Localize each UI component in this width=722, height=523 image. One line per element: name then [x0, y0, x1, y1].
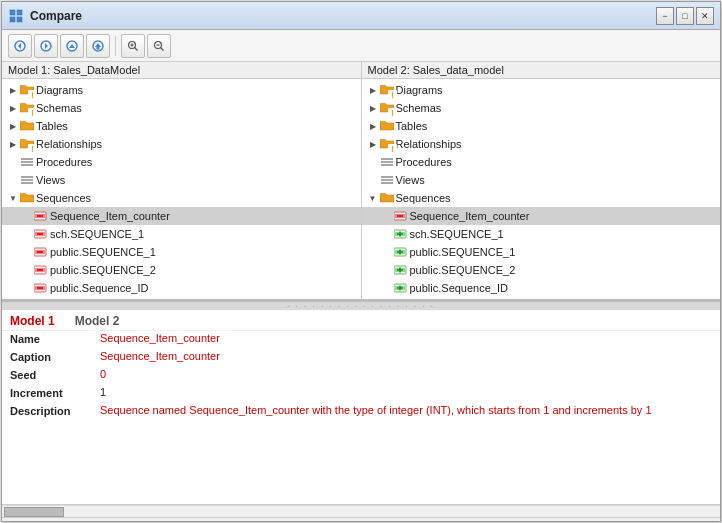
property-name: Increment: [10, 386, 100, 399]
tree-expander-icon[interactable]: ▼: [366, 191, 380, 205]
tree-item[interactable]: sch.SEQUENCE_1: [362, 225, 721, 243]
tree-item-label: public.Sequence_ID: [50, 282, 148, 294]
tree-item-label: public.SEQUENCE_2: [50, 264, 156, 276]
model1-pane: Model 1: Sales_DataModel ▶ ! Diagrams▶ !…: [2, 62, 361, 299]
zoom-out-button[interactable]: [147, 34, 171, 58]
tree-item-icon: [20, 191, 34, 205]
tree-item-icon: [380, 191, 394, 205]
svg-rect-2: [10, 17, 15, 22]
tree-item[interactable]: ▶ ! Relationships: [2, 135, 361, 153]
nav-up-button[interactable]: [60, 34, 84, 58]
minimize-button[interactable]: −: [656, 7, 674, 25]
tree-expander-icon[interactable]: ▼: [6, 191, 20, 205]
tree-expander-icon[interactable]: ▶: [6, 137, 20, 151]
maximize-button[interactable]: □: [676, 7, 694, 25]
window-close-button[interactable]: ✕: [696, 7, 714, 25]
tree-expander-icon: [380, 263, 394, 277]
window-controls: − □ ✕: [656, 7, 714, 25]
tree-item-icon: [394, 263, 408, 277]
resize-divider[interactable]: · · · · · · · · · · · · · · · · · ·: [2, 302, 720, 310]
tree-item[interactable]: ▶Tables: [362, 117, 721, 135]
tree-expander-icon: [366, 155, 380, 169]
property-row: CaptionSequence_Item_counter: [2, 349, 720, 367]
tree-item[interactable]: public.Sequence_ID: [362, 279, 721, 297]
tree-item[interactable]: Sequence_Item_counter: [362, 207, 721, 225]
property-name: Seed: [10, 368, 100, 381]
nav-forward-button[interactable]: [34, 34, 58, 58]
content-area: Model 1: Sales_DataModel ▶ ! Diagrams▶ !…: [2, 62, 720, 521]
tree-item[interactable]: ▼Sequences: [2, 189, 361, 207]
tree-expander-icon[interactable]: ▶: [366, 83, 380, 97]
property-value: 1: [100, 386, 712, 398]
tree-item-label: Tables: [36, 120, 68, 132]
tree-item[interactable]: ▶ ! Diagrams: [2, 81, 361, 99]
tree-expander-icon[interactable]: ▶: [366, 119, 380, 133]
svg-line-14: [135, 47, 138, 50]
tree-item-icon: !: [380, 101, 394, 115]
tree-expander-icon: [380, 281, 394, 295]
tree-item[interactable]: public.Sequence_id_product: [2, 297, 361, 299]
scrollbar-thumb[interactable]: [4, 507, 64, 517]
tree-item-label: Diagrams: [396, 84, 443, 96]
tree-item-label: sch.SEQUENCE_1: [410, 228, 504, 240]
svg-marker-5: [18, 43, 21, 49]
tree-item-label: Relationships: [36, 138, 102, 150]
zoom-in-button[interactable]: [121, 34, 145, 58]
tree-item-label: Diagrams: [36, 84, 83, 96]
tree-expander-icon[interactable]: ▶: [366, 101, 380, 115]
tree-item[interactable]: Views: [362, 171, 721, 189]
tree-item[interactable]: public.SEQUENCE_2: [2, 261, 361, 279]
tree-expander-icon[interactable]: ▶: [6, 83, 20, 97]
tree-item-label: Views: [396, 174, 425, 186]
tree-item[interactable]: Views: [2, 171, 361, 189]
property-row: DescriptionSequence named Sequence_Item_…: [2, 403, 720, 421]
tree-item[interactable]: public.SEQUENCE_1: [362, 243, 721, 261]
svg-marker-11: [95, 43, 101, 47]
svg-rect-1: [17, 10, 22, 15]
tree-item[interactable]: ▶ ! Schemas: [2, 99, 361, 117]
tree-item[interactable]: ▶ ! Diagrams: [362, 81, 721, 99]
svg-rect-0: [10, 10, 15, 15]
tree-item[interactable]: public.Sequence_ID: [2, 279, 361, 297]
tree-item-label: Tables: [396, 120, 428, 132]
tree-expander-icon[interactable]: ▶: [6, 119, 20, 133]
toolbar: [2, 30, 720, 62]
tree-item-icon: [34, 209, 48, 223]
tree-item[interactable]: ▶ ! Schemas: [362, 99, 721, 117]
model1-tree[interactable]: ▶ ! Diagrams▶ ! Schemas▶Tables▶ ! Relati…: [2, 79, 361, 299]
svg-rect-3: [17, 17, 22, 22]
tree-item[interactable]: sch.SEQUENCE_1: [2, 225, 361, 243]
properties-panel: Model 1 Model 2 NameSequence_Item_counte…: [2, 310, 720, 505]
tree-item[interactable]: public.Sequence_id_product: [362, 297, 721, 299]
horizontal-scrollbar[interactable]: [2, 505, 720, 517]
tree-item[interactable]: public.SEQUENCE_1: [2, 243, 361, 261]
tree-item[interactable]: ▶Tables: [2, 117, 361, 135]
scrollbar-track: [2, 507, 720, 517]
tree-expander-icon[interactable]: ▶: [6, 101, 20, 115]
tree-item-label: public.SEQUENCE_2: [410, 264, 516, 276]
tree-item[interactable]: Procedures: [362, 153, 721, 171]
tree-item[interactable]: Procedures: [2, 153, 361, 171]
tree-item-icon: [394, 245, 408, 259]
tree-item[interactable]: public.SEQUENCE_2: [362, 261, 721, 279]
property-value: Sequence named Sequence_Item_counter wit…: [100, 404, 712, 416]
tree-item-icon: !: [380, 137, 394, 151]
tree-expander-icon[interactable]: ▶: [366, 137, 380, 151]
tree-expander-icon: [380, 227, 394, 241]
svg-text:!: !: [391, 108, 394, 117]
tree-item-label: Schemas: [396, 102, 442, 114]
tree-item[interactable]: ▼Sequences: [362, 189, 721, 207]
property-row: Seed0: [2, 367, 720, 385]
tree-expander-icon: [380, 245, 394, 259]
nav-back-button[interactable]: [8, 34, 32, 58]
model2-tree[interactable]: ▶ ! Diagrams▶ ! Schemas▶Tables▶ ! Relati…: [362, 79, 721, 299]
title-bar: Compare − □ ✕: [2, 2, 720, 30]
nav-home-button[interactable]: [86, 34, 110, 58]
tree-item-label: public.Sequence_ID: [410, 282, 508, 294]
tree-item-label: Procedures: [36, 156, 92, 168]
tree-expander-icon: [366, 173, 380, 187]
tree-item[interactable]: ▶ ! Relationships: [362, 135, 721, 153]
tree-item-icon: [380, 155, 394, 169]
tree-item[interactable]: Sequence_Item_counter: [2, 207, 361, 225]
svg-text:!: !: [31, 90, 34, 99]
